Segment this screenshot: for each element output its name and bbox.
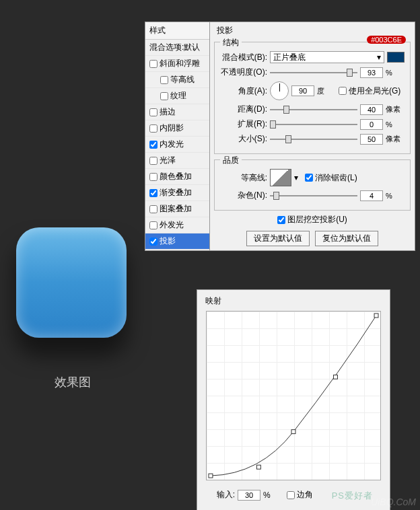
shadow-color-swatch[interactable] <box>387 52 405 63</box>
percent-unit: % <box>263 490 271 500</box>
style-item-6[interactable]: 光泽 <box>145 153 209 169</box>
knockout-checkbox[interactable]: 图层挖空投影(U) <box>277 214 347 225</box>
style-item-label: 纹理 <box>170 90 186 102</box>
angle-label: 角度(A): <box>220 85 267 97</box>
svg-rect-1 <box>256 465 260 469</box>
style-checkbox[interactable] <box>149 205 158 213</box>
distance-input[interactable] <box>360 104 383 115</box>
style-item-9[interactable]: 图案叠加 <box>145 201 209 217</box>
style-item-8[interactable]: 渐变叠加 <box>145 185 209 201</box>
style-item-label: 光泽 <box>160 155 176 166</box>
percent-unit: % <box>386 192 405 200</box>
contour-picker[interactable] <box>270 169 291 186</box>
style-checkbox[interactable] <box>149 124 158 133</box>
style-checkbox[interactable] <box>149 173 158 181</box>
watermark-text: PS爱好者 <box>332 490 373 502</box>
color-badge: #003C6E <box>367 36 406 44</box>
preview-label: 效果图 <box>16 374 129 390</box>
spread-label: 扩展(R): <box>220 118 267 130</box>
curve-input-label: 输入: <box>209 489 235 501</box>
style-item-label: 渐变叠加 <box>160 187 192 198</box>
distance-label: 距离(D): <box>220 104 267 115</box>
chevron-down-icon: ▾ <box>377 52 381 62</box>
style-item-label: 描边 <box>160 106 176 118</box>
curve-title: 映射 <box>201 294 386 308</box>
curve-panel: 映射 输入: % 边角 输出: % <box>197 289 390 510</box>
svg-rect-2 <box>291 430 295 434</box>
knockout-label: 图层挖空投影(U) <box>287 214 347 225</box>
style-item-0[interactable]: 斜面和浮雕 <box>145 56 209 72</box>
size-label: 大小(S): <box>220 133 267 145</box>
style-item-2[interactable]: 纹理 <box>145 88 209 104</box>
reset-default-button[interactable]: 复位为默认值 <box>315 231 378 246</box>
opacity-slider[interactable] <box>270 68 357 77</box>
style-item-10[interactable]: 外发光 <box>145 217 209 233</box>
size-input[interactable] <box>360 134 383 145</box>
style-checkbox[interactable] <box>149 221 158 229</box>
curve-editor[interactable] <box>206 311 381 480</box>
opacity-input[interactable] <box>360 67 383 78</box>
shadow-title-group: 投影 <box>214 25 411 36</box>
style-item-5[interactable]: 内发光 <box>145 137 209 153</box>
svg-rect-4 <box>374 314 378 318</box>
antialias-checkbox[interactable]: 消除锯齿(L) <box>305 172 357 184</box>
style-item-7[interactable]: 颜色叠加 <box>145 169 209 185</box>
watermark-text: UiBQ.CoM <box>371 497 416 507</box>
style-item-11[interactable]: 投影 <box>145 233 209 250</box>
style-checkbox[interactable] <box>149 108 158 116</box>
quality-group: 品质 等高线: ▾ 消除锯齿(L) 杂色(N): % <box>214 159 411 211</box>
angle-dial[interactable] <box>270 81 289 100</box>
style-list-header: 样式 <box>145 22 209 40</box>
style-item-label: 外发光 <box>160 219 184 231</box>
chevron-down-icon: ▾ <box>294 173 298 182</box>
angle-input[interactable] <box>291 85 314 96</box>
layer-style-dialog: 样式 混合选项:默认 斜面和浮雕等高线纹理描边内阴影内发光光泽颜色叠加渐变叠加图… <box>145 22 415 251</box>
style-item-label: 斜面和浮雕 <box>160 58 200 69</box>
result-icon-preview <box>16 227 127 338</box>
contour-label: 等高线: <box>220 172 267 184</box>
style-checkbox[interactable] <box>160 76 168 84</box>
blend-mode-dropdown[interactable]: 正片叠底 ▾ <box>270 51 384 63</box>
blend-options-item[interactable]: 混合选项:默认 <box>145 40 209 56</box>
percent-unit: % <box>386 120 405 129</box>
style-checkbox[interactable] <box>149 189 158 197</box>
style-item-1[interactable]: 等高线 <box>145 72 209 88</box>
style-checkbox[interactable] <box>149 238 158 246</box>
style-item-label: 内发光 <box>160 139 184 150</box>
spread-input[interactable] <box>360 119 383 130</box>
style-item-label: 投影 <box>160 235 176 247</box>
distance-slider[interactable] <box>270 105 357 114</box>
curve-path-icon <box>207 312 380 480</box>
style-item-3[interactable]: 描边 <box>145 104 209 120</box>
style-checkbox[interactable] <box>149 157 158 165</box>
shadow-panel: 投影 结构 #003C6E 混合模式(B): 正片叠底 ▾ 不透明度(O): %… <box>210 22 415 250</box>
global-light-checkbox[interactable]: 使用全局光(G) <box>339 85 400 97</box>
blend-mode-value: 正片叠底 <box>273 52 306 63</box>
style-checkbox[interactable] <box>149 141 158 149</box>
style-checkbox[interactable] <box>160 92 168 100</box>
blend-mode-label: 混合模式(B): <box>220 52 267 63</box>
style-item-label: 图案叠加 <box>160 203 192 215</box>
px-unit: 像素 <box>386 134 405 144</box>
noise-input[interactable] <box>360 190 383 201</box>
degree-unit: 度 <box>317 86 336 96</box>
panel-title: 投影 <box>217 26 233 35</box>
corner-checkbox[interactable]: 边角 <box>287 489 313 501</box>
style-item-4[interactable]: 内阴影 <box>145 120 209 137</box>
noise-label: 杂色(N): <box>220 190 267 201</box>
size-slider[interactable] <box>270 135 357 144</box>
set-default-button[interactable]: 设置为默认值 <box>246 231 310 246</box>
style-list: 样式 混合选项:默认 斜面和浮雕等高线纹理描边内阴影内发光光泽颜色叠加渐变叠加图… <box>145 22 210 250</box>
antialias-label: 消除锯齿(L) <box>315 172 357 184</box>
opacity-label: 不透明度(O): <box>220 67 267 78</box>
style-item-label: 颜色叠加 <box>160 171 192 182</box>
noise-slider[interactable] <box>270 191 357 201</box>
style-item-label: 等高线 <box>170 74 195 85</box>
svg-rect-0 <box>209 474 213 478</box>
percent-unit: % <box>386 69 405 77</box>
px-unit: 像素 <box>386 104 405 114</box>
quality-label: 品质 <box>220 155 242 166</box>
spread-slider[interactable] <box>270 120 357 129</box>
style-checkbox[interactable] <box>149 60 158 68</box>
curve-input-field[interactable] <box>238 490 260 501</box>
